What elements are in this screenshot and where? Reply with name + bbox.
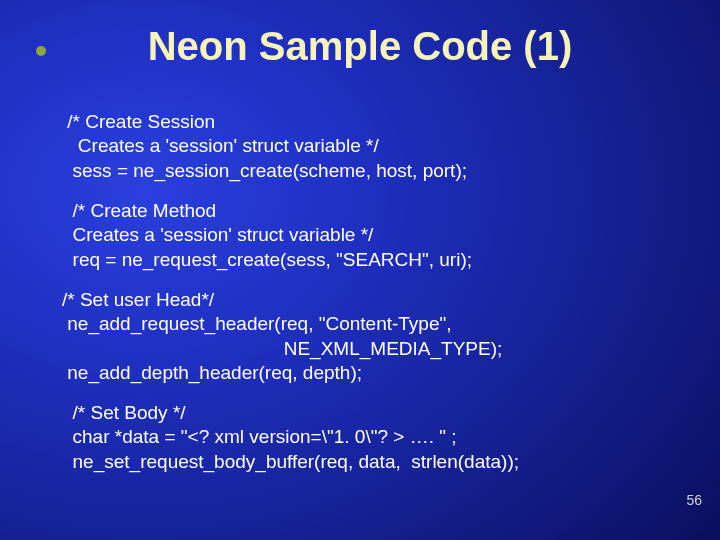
slide-title: Neon Sample Code (1) bbox=[0, 24, 720, 69]
page-number: 56 bbox=[686, 492, 702, 508]
code-block: /* Create Method Creates a 'session' str… bbox=[62, 199, 680, 272]
code-block: /* Create Session Creates a 'session' st… bbox=[62, 110, 680, 183]
code-content: /* Create Session Creates a 'session' st… bbox=[62, 110, 680, 490]
code-block: /* Set user Head*/ ne_add_request_header… bbox=[62, 288, 680, 385]
slide: Neon Sample Code (1) /* Create Session C… bbox=[0, 0, 720, 540]
code-block: /* Set Body */ char *data = "<? xml vers… bbox=[62, 401, 680, 474]
